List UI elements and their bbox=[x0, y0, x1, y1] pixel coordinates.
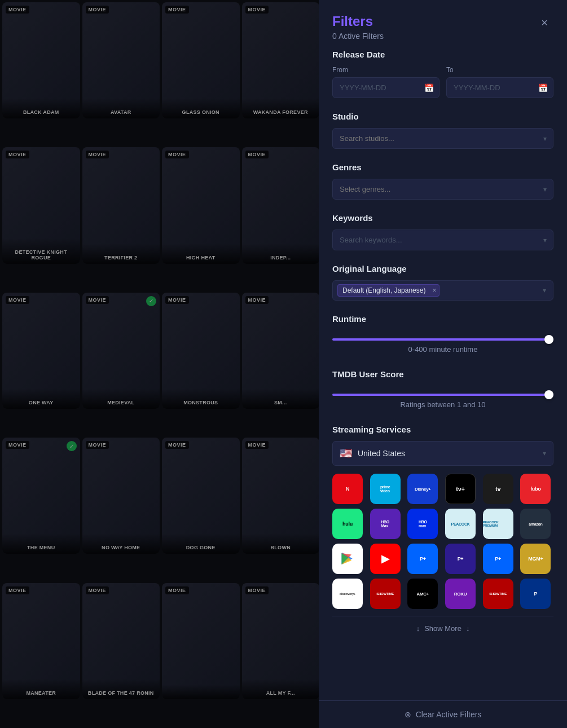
service-paramount-4[interactable]: P bbox=[520, 579, 551, 609]
movie-type-badge: MOVIE bbox=[245, 296, 269, 304]
service-amazon[interactable]: amazon bbox=[520, 509, 551, 539]
show-more-label: Show More bbox=[424, 624, 461, 633]
movie-card[interactable]: MOVIEMANEATER bbox=[2, 583, 80, 699]
country-selector[interactable]: 🇺🇸 United States ▾ bbox=[332, 441, 553, 466]
movie-title-overlay: ALL MY F... bbox=[242, 679, 320, 699]
close-button[interactable]: × bbox=[535, 14, 553, 32]
movie-card[interactable]: MOVIEMEDIEVAL✓ bbox=[82, 293, 160, 409]
movie-card[interactable]: MOVIEBLOWN bbox=[242, 438, 320, 554]
movie-check-icon: ✓ bbox=[146, 296, 156, 306]
genres-section: Genres ▾ bbox=[332, 162, 553, 200]
movie-title-overlay: NO WAY HOME bbox=[82, 533, 160, 554]
service-hbo-max-1[interactable]: HBOMax bbox=[370, 509, 401, 539]
studio-input[interactable] bbox=[332, 128, 553, 149]
runtime-slider[interactable] bbox=[332, 338, 553, 341]
movie-card[interactable]: MOVIEHIGH HEAT bbox=[162, 147, 240, 263]
movie-card[interactable]: MOVIEINDEP... bbox=[242, 147, 320, 263]
movie-type-badge: MOVIE bbox=[165, 441, 189, 449]
clear-filters-icon: ⊗ bbox=[405, 710, 411, 719]
movie-title-overlay: ONE WAY bbox=[2, 389, 80, 409]
movie-type-badge: MOVIE bbox=[6, 151, 29, 158]
movie-card[interactable]: MOVIEMONSTROUS bbox=[162, 293, 240, 409]
movie-card[interactable]: MOVIE bbox=[162, 583, 240, 699]
movie-card[interactable]: MOVIEBLADE OF THE 47 RONIN bbox=[82, 583, 160, 699]
movie-title-overlay: AVATAR bbox=[82, 98, 160, 118]
movie-card[interactable]: MOVIEGLASS ONION bbox=[162, 2, 240, 118]
movie-card[interactable]: MOVIEDETECTIVE KNIGHT ROGUE bbox=[2, 147, 80, 263]
movie-card[interactable]: MOVIENO WAY HOME bbox=[82, 438, 160, 554]
keywords-wrapper: ▾ bbox=[332, 230, 553, 250]
genres-input[interactable] bbox=[332, 179, 553, 200]
movie-type-badge: MOVIE bbox=[6, 586, 29, 594]
movie-card[interactable]: MOVIEBLACK ADAM bbox=[2, 2, 80, 118]
movie-card[interactable]: MOVIETERRIFIER 2 bbox=[82, 147, 160, 263]
movie-card[interactable]: MOVIEWAKANDA FOREVER bbox=[242, 2, 320, 118]
service-fubo[interactable]: fubo bbox=[520, 474, 551, 504]
service-apple-tv-plus[interactable]: tv+ bbox=[445, 474, 476, 504]
keywords-input[interactable] bbox=[332, 230, 553, 250]
service-netflix[interactable]: N bbox=[332, 474, 363, 504]
movie-title-overlay: TERRIFIER 2 bbox=[82, 244, 160, 264]
service-paramount-plus-3[interactable]: P+ bbox=[483, 544, 513, 574]
movie-type-badge: MOVIE bbox=[86, 441, 109, 449]
movie-check-icon: ✓ bbox=[67, 441, 77, 451]
service-youtube[interactable]: ▶ bbox=[370, 544, 401, 574]
service-paramount-plus-1[interactable]: P+ bbox=[407, 544, 438, 574]
movie-card[interactable]: MOVIEALL MY F... bbox=[242, 583, 320, 699]
movie-title-overlay: WAKANDA FOREVER bbox=[242, 98, 320, 118]
service-paramount-plus-2[interactable]: P+ bbox=[445, 544, 476, 574]
service-disney-plus[interactable]: Disney+ bbox=[407, 474, 438, 504]
service-discovery-plus[interactable]: discovery+ bbox=[332, 579, 363, 609]
language-chevron-icon: ▾ bbox=[543, 286, 546, 294]
show-more-button[interactable]: ↓ Show More ↓ bbox=[332, 616, 553, 641]
keywords-section: Keywords ▾ bbox=[332, 213, 553, 250]
movie-type-badge: MOVIE bbox=[6, 6, 29, 14]
movie-title-overlay: MANEATER bbox=[2, 679, 80, 699]
movie-card[interactable]: MOVIESM... bbox=[242, 293, 320, 409]
language-wrapper[interactable]: Default (English, Japanese) × ▾ bbox=[332, 280, 553, 301]
movie-card[interactable]: MOVIETHE MENU✓ bbox=[2, 438, 80, 554]
date-to-input[interactable] bbox=[446, 77, 553, 98]
service-apple-tv[interactable]: tv bbox=[483, 474, 513, 504]
genres-label: Genres bbox=[332, 162, 553, 172]
movie-type-badge: MOVIE bbox=[165, 296, 189, 304]
tmdb-score-label: TMDB User Score bbox=[332, 369, 553, 379]
release-date-label: Release Date bbox=[332, 50, 553, 59]
service-hbo-max-2[interactable]: HBOmax bbox=[407, 509, 438, 539]
language-tag-text: Default (English, Japanese) bbox=[342, 286, 425, 294]
movie-title-overlay: MEDIEVAL bbox=[82, 389, 160, 409]
service-amc-plus[interactable]: AMC+ bbox=[407, 579, 438, 609]
service-mgm-plus[interactable]: MGM+ bbox=[520, 544, 551, 574]
movie-type-badge: MOVIE bbox=[245, 586, 269, 594]
service-showtime-2[interactable]: SHOWTIME bbox=[483, 579, 513, 609]
movie-title-overlay: DOG GONE bbox=[162, 533, 240, 554]
clear-filters-label: Clear Active Filters bbox=[416, 710, 482, 719]
service-peacock[interactable]: PEACOCK bbox=[445, 509, 476, 539]
service-prime-video[interactable]: primevideo bbox=[370, 474, 401, 504]
movie-type-badge: MOVIE bbox=[6, 296, 29, 304]
release-date-section: Release Date From 📅 To 📅 bbox=[332, 50, 553, 98]
language-tag: Default (English, Japanese) × bbox=[337, 284, 439, 297]
service-roku[interactable]: ROKU bbox=[445, 579, 476, 609]
service-showtime-1[interactable]: SHOWTIME bbox=[370, 579, 401, 609]
movie-card[interactable]: MOVIEDOG GONE bbox=[162, 438, 240, 554]
studio-section: Studio ▾ bbox=[332, 112, 553, 149]
movie-card[interactable]: MOVIEAVATAR bbox=[82, 2, 160, 118]
movie-grid: MOVIEBLACK ADAMMOVIEAVATARMOVIEGLASS ONI… bbox=[0, 0, 322, 728]
movie-title-overlay: THE MENU bbox=[2, 533, 80, 554]
language-tag-close-icon[interactable]: × bbox=[432, 286, 436, 294]
date-to-field: To 📅 bbox=[446, 66, 553, 98]
date-from-input[interactable] bbox=[332, 77, 439, 98]
service-hulu[interactable]: hulu bbox=[332, 509, 363, 539]
tmdb-slider[interactable] bbox=[332, 394, 553, 396]
clear-filters-button[interactable]: ⊗ Clear Active Filters bbox=[319, 700, 567, 728]
movie-type-badge: MOVIE bbox=[86, 586, 109, 594]
show-more-down-icon-right: ↓ bbox=[466, 624, 470, 633]
movie-title-overlay bbox=[162, 685, 240, 699]
service-peacock-premium[interactable]: PEACOCK PREMIUM bbox=[483, 509, 513, 539]
runtime-section: Runtime 0-400 minute runtime bbox=[332, 314, 553, 356]
movie-type-badge: MOVIE bbox=[245, 6, 269, 14]
movie-title-overlay: SM... bbox=[242, 389, 320, 409]
service-google-play[interactable] bbox=[332, 544, 363, 574]
movie-card[interactable]: MOVIEONE WAY bbox=[2, 293, 80, 409]
